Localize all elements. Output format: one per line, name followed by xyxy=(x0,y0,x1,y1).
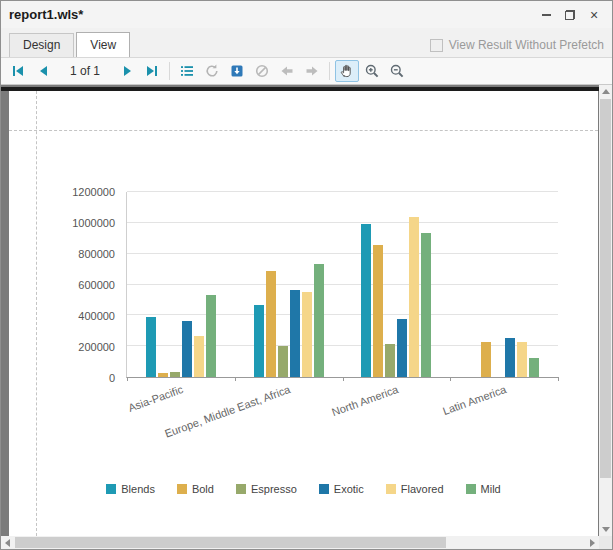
document-map-button[interactable] xyxy=(175,60,199,82)
horizontal-scrollbar[interactable] xyxy=(1,536,599,549)
legend-label: Blends xyxy=(121,483,155,495)
y-tick-label: 200000 xyxy=(78,341,115,353)
chart-legend: BlendsBoldEspressoExoticFlavoredMild xyxy=(9,483,598,495)
legend-swatch xyxy=(106,484,116,494)
bar-group xyxy=(450,192,558,377)
y-tick-label: 800000 xyxy=(78,248,115,260)
close-button[interactable]: × xyxy=(584,6,604,24)
bar-flavored xyxy=(409,217,419,377)
legend-label: Espresso xyxy=(251,483,297,495)
report-page: 020000040000060000080000010000001200000 … xyxy=(9,91,598,536)
bar-bold xyxy=(481,342,491,377)
bar-exotic xyxy=(290,290,300,377)
bar-bold xyxy=(158,373,168,377)
first-page-button[interactable] xyxy=(6,60,30,82)
first-page-icon xyxy=(13,66,23,76)
zoom-in-button[interactable] xyxy=(360,60,384,82)
window-title: report1.wls* xyxy=(9,7,83,22)
tab-bar: Design View View Result Without Prefetch xyxy=(1,28,612,57)
toolbar-separator xyxy=(329,62,330,80)
y-tick-label: 1000000 xyxy=(72,217,115,229)
arrow-up-icon xyxy=(602,89,610,94)
restore-button[interactable] xyxy=(560,6,580,24)
tab-view-label: View xyxy=(90,38,116,52)
cancel-button[interactable] xyxy=(250,60,274,82)
legend-item: Exotic xyxy=(319,483,364,495)
legend-swatch xyxy=(319,484,329,494)
horizontal-scrollbar-thumb[interactable] xyxy=(15,537,446,548)
preview-toolbar: 1 of 1 xyxy=(1,57,612,85)
bar-mild xyxy=(421,233,431,377)
bar-mild xyxy=(206,295,216,377)
x-category-label: Latin America xyxy=(441,383,508,417)
bar-espresso xyxy=(278,346,288,377)
scrollbar-corner xyxy=(599,536,612,549)
cancel-icon xyxy=(254,63,270,79)
chart-plot-area xyxy=(126,192,558,378)
window-controls: × xyxy=(536,6,604,24)
chart-bars xyxy=(127,192,558,377)
legend-label: Mild xyxy=(481,483,501,495)
close-icon: × xyxy=(590,8,598,22)
legend-item: Mild xyxy=(466,483,501,495)
bar-espresso xyxy=(170,372,180,377)
bar-blends xyxy=(254,305,264,377)
pan-tool-button[interactable] xyxy=(335,60,359,82)
zoom-out-button[interactable] xyxy=(385,60,409,82)
prefetch-checkbox[interactable] xyxy=(430,39,443,52)
arrow-right-icon xyxy=(590,539,595,547)
history-back-button[interactable] xyxy=(275,60,299,82)
scroll-down-button[interactable] xyxy=(599,523,612,536)
bar-group xyxy=(343,192,451,377)
margin-guide-horizontal xyxy=(9,130,598,131)
scroll-up-button[interactable] xyxy=(599,85,612,98)
legend-swatch xyxy=(386,484,396,494)
y-tick-label: 600000 xyxy=(78,279,115,291)
bar-blends xyxy=(146,317,156,377)
y-tick-label: 400000 xyxy=(78,310,115,322)
report-viewer-window: report1.wls* × Design View View Result W… xyxy=(0,0,613,550)
legend-swatch xyxy=(177,484,187,494)
next-page-button[interactable] xyxy=(115,60,139,82)
restore-icon xyxy=(565,10,575,20)
y-tick-label: 1200000 xyxy=(72,186,115,198)
tab-design[interactable]: Design xyxy=(9,33,74,57)
bar-flavored xyxy=(194,336,204,377)
hand-icon xyxy=(339,63,355,79)
forward-arrow-icon xyxy=(304,63,320,79)
export-button[interactable] xyxy=(225,60,249,82)
bar-flavored xyxy=(517,342,527,377)
bar-bold xyxy=(373,245,383,377)
scroll-left-button[interactable] xyxy=(1,536,14,549)
legend-swatch xyxy=(466,484,476,494)
x-axis-tick xyxy=(343,377,344,381)
chart-y-axis: 020000040000060000080000010000001200000 xyxy=(9,192,121,378)
tab-view[interactable]: View xyxy=(76,32,130,57)
last-page-button[interactable] xyxy=(140,60,164,82)
prefetch-label: View Result Without Prefetch xyxy=(449,38,604,52)
bar-group xyxy=(127,192,235,377)
scroll-right-button[interactable] xyxy=(586,536,599,549)
refresh-button[interactable] xyxy=(200,60,224,82)
y-tick-label: 0 xyxy=(109,372,115,384)
vertical-scrollbar[interactable] xyxy=(599,85,612,536)
bar-mild xyxy=(529,358,539,377)
x-axis-tick xyxy=(235,377,236,381)
tab-design-label: Design xyxy=(23,38,60,52)
legend-item: Bold xyxy=(177,483,214,495)
bar-exotic xyxy=(182,321,192,377)
bar-group xyxy=(235,192,343,377)
x-axis-tick xyxy=(558,377,559,381)
x-category-label: North America xyxy=(331,383,401,418)
preview-viewport[interactable]: 020000040000060000080000010000001200000 … xyxy=(1,85,612,549)
vertical-scrollbar-thumb[interactable] xyxy=(600,99,611,478)
history-forward-button[interactable] xyxy=(300,60,324,82)
x-category-label: Asia-Pacific xyxy=(126,383,184,414)
bar-flavored xyxy=(302,292,312,377)
legend-label: Exotic xyxy=(334,483,364,495)
prefetch-option: View Result Without Prefetch xyxy=(430,38,604,57)
previous-page-button[interactable] xyxy=(31,60,55,82)
legend-item: Blends xyxy=(106,483,155,495)
legend-item: Flavored xyxy=(386,483,444,495)
minimize-button[interactable] xyxy=(536,6,556,24)
